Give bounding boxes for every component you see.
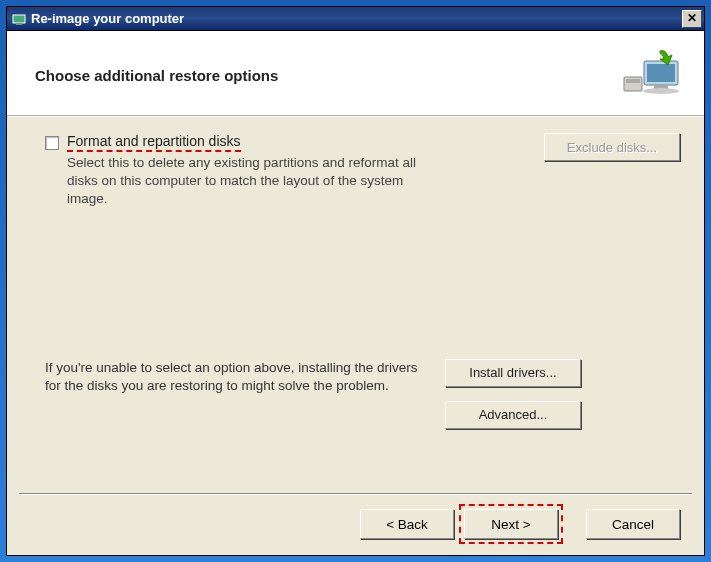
install-drivers-button[interactable]: Install drivers... bbox=[445, 359, 581, 387]
dialog-window: Re-image your computer ✕ Choose addition… bbox=[6, 6, 705, 556]
restore-icon bbox=[618, 49, 684, 101]
driver-hint-row: If you're unable to select an option abo… bbox=[45, 359, 680, 429]
close-button[interactable]: ✕ bbox=[682, 10, 702, 28]
window-title: Re-image your computer bbox=[31, 11, 682, 26]
svg-rect-1 bbox=[16, 23, 22, 25]
exclude-disks-button: Exclude disks... bbox=[544, 133, 680, 161]
format-description: Select this to delete any existing parti… bbox=[67, 154, 447, 209]
svg-point-5 bbox=[643, 88, 679, 94]
format-option: Format and repartition disks Select this… bbox=[45, 133, 524, 209]
next-button[interactable]: Next > bbox=[464, 509, 558, 539]
page-heading: Choose additional restore options bbox=[35, 67, 618, 84]
cancel-button[interactable]: Cancel bbox=[586, 509, 680, 539]
driver-hint-text: If you're unable to select an option abo… bbox=[45, 359, 425, 395]
header-area: Choose additional restore options bbox=[7, 31, 704, 116]
svg-rect-7 bbox=[626, 79, 640, 83]
format-label[interactable]: Format and repartition disks bbox=[67, 133, 241, 152]
format-checkbox[interactable] bbox=[45, 136, 59, 150]
svg-rect-0 bbox=[13, 15, 25, 23]
back-button[interactable]: < Back bbox=[360, 509, 454, 539]
app-icon bbox=[11, 11, 27, 27]
titlebar: Re-image your computer ✕ bbox=[7, 7, 704, 31]
svg-rect-3 bbox=[647, 64, 675, 82]
advanced-button[interactable]: Advanced... bbox=[445, 401, 581, 429]
content-area: Format and repartition disks Select this… bbox=[7, 116, 704, 473]
format-option-row: Format and repartition disks Select this… bbox=[45, 133, 680, 209]
wizard-footer: < Back Next > Cancel bbox=[7, 495, 704, 555]
